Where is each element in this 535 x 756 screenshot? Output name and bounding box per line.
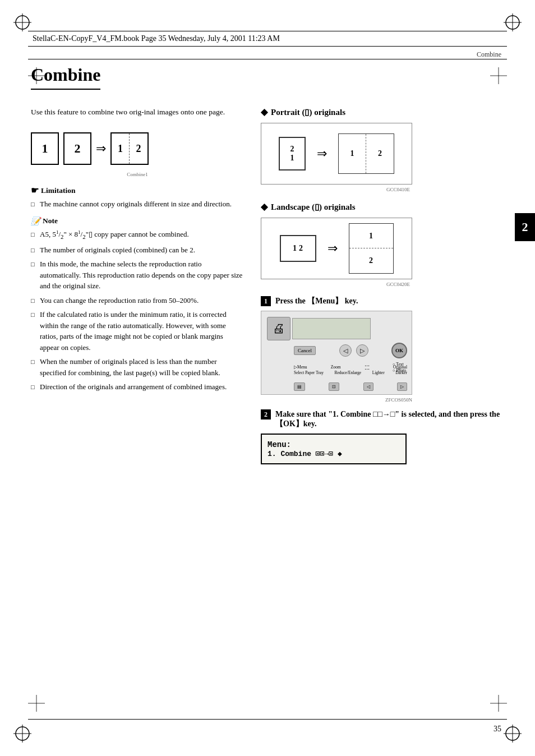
diamond-icon: ◆ [261, 107, 268, 117]
landscape-input-box: 1 2 [280, 235, 316, 262]
reduce-enlarge-label: Reduce/Enlarge [334, 370, 361, 375]
panel-display [292, 318, 371, 339]
limitation-list: The machine cannot copy originals differ… [31, 199, 244, 210]
note-item-5: If the calculated ratio is under the min… [31, 309, 244, 353]
cancel-ok-row: Cancel ◁ ▷ OK [294, 343, 407, 358]
note-item-6: When the number of originals placed is l… [31, 356, 244, 378]
text-label: ○ Text [393, 362, 406, 368]
corner-mark-tl [11, 11, 34, 34]
note-header: 📝 Note [31, 216, 244, 226]
top-rule [28, 59, 507, 59]
note-item-3: In this mode, the machine selects the re… [31, 259, 244, 292]
cancel-button[interactable]: Cancel [294, 346, 316, 355]
diagram-box-1: 1 [31, 132, 59, 165]
select-paper-label: Select Paper Tray [294, 370, 324, 375]
menu-display-inner: Menu: 1. Combine ⊡⊡→⊡ ◆ [268, 440, 400, 458]
note-icon: 📝 [31, 216, 40, 226]
limitation-heading: Limitation [41, 186, 76, 195]
bottom-icon-buttons: ▤ ⊡ ◁ ▷ [294, 382, 407, 391]
portrait-heading-text: Portrait (▯) originals [271, 107, 345, 117]
corner-mark-br [501, 722, 524, 745]
portrait-result-box: 1 2 [338, 133, 394, 174]
top-right-label: Combine [477, 50, 501, 59]
left-column: Use this feature to combine two orig-ina… [31, 107, 244, 464]
landscape-result-box: 1 2 [349, 223, 394, 274]
right-arrow-button[interactable]: ▷ [356, 344, 368, 357]
darker-button[interactable]: ▷ [397, 382, 407, 391]
limitation-icon: ☛ [31, 185, 39, 196]
printer-icon: 🖨 [267, 317, 290, 340]
portrait-arrow-icon: ⇒ [317, 146, 327, 161]
paper-tray-button[interactable]: ▤ [294, 382, 305, 391]
step-2-header: 2 Make sure that "1. Combine □□→□" is se… [261, 409, 504, 429]
step-1-number: 1 [261, 296, 271, 306]
diamond-icon-2: ◆ [261, 201, 268, 212]
ok-button[interactable]: OK [391, 343, 407, 358]
portrait-caption: GCC0410E [261, 187, 412, 192]
page-number: 35 [494, 725, 501, 734]
left-arrow-button[interactable]: ◁ [339, 344, 352, 357]
step-2-text: Make sure that "1. Combine □□→□" is sele… [275, 410, 504, 429]
corner-mark-bl [11, 722, 34, 745]
menu-display: Menu: 1. Combine ⊡⊡→⊡ ◆ [261, 434, 407, 464]
lighter-button[interactable]: ◁ [363, 382, 373, 391]
main-content: Combine Use this feature to combine two … [31, 64, 504, 711]
arrow-icon: ⇒ [96, 141, 106, 156]
diagram-box-2: 2 [63, 132, 91, 165]
lighter-label: Lighter [372, 370, 385, 375]
note-item-1: A5, 51/2" × 81/2"▯ copy paper cannot be … [31, 229, 244, 241]
nav-arrows: ◁ ▷ [339, 344, 368, 357]
menu-title-line: Menu: [268, 440, 400, 449]
landscape-heading-text: Landscape (▯) originals [271, 202, 356, 212]
photo-label: ○ Photo [393, 368, 406, 374]
step-2-section: 2 Make sure that "1. Combine □□→□" is se… [261, 409, 504, 464]
diagram-combined: 1 2 [110, 132, 149, 165]
step-2-number: 2 [261, 409, 271, 420]
portrait-diagram: 2 1 ⇒ 1 2 [261, 123, 412, 185]
intro-text: Use this feature to combine two orig-ina… [31, 107, 244, 118]
note-heading: Note [43, 216, 58, 225]
note-item-4: You can change the reproduction ratio fr… [31, 295, 244, 306]
portrait-input-box: 2 1 [279, 137, 306, 170]
limitation-item-1: The machine cannot copy originals differ… [31, 199, 244, 210]
limitation-header: ☛ Limitation [31, 185, 244, 196]
note-item-2: The number of originals copied (combined… [31, 245, 244, 256]
panel-icon-row: Select Paper Tray Reduce/Enlarge Lighter… [294, 370, 407, 375]
header-file-info: StellaC-EN-CopyF_V4_FM.book Page 35 Wedn… [33, 34, 280, 43]
landscape-arrow-icon: ⇒ [328, 241, 338, 256]
text-photo-labels: ○ Text ○ Photo [393, 362, 406, 374]
two-column-layout: Use this feature to combine two orig-ina… [31, 107, 504, 464]
step-1-section: 1 Press the 【Menu】 key. 🖨 Cancel ◁ ▷ [261, 296, 504, 403]
corner-mark-tr [501, 11, 524, 34]
header-bar: StellaC-EN-CopyF_V4_FM.book Page 35 Wedn… [28, 31, 507, 47]
note-item-7: Direction of the originals and arrangeme… [31, 381, 244, 393]
bottom-rule [28, 719, 507, 720]
landscape-section-heading: ◆ Landscape (▯) originals [261, 201, 504, 212]
reduce-enlarge-button[interactable]: ⊡ [329, 382, 339, 391]
step-1-header: 1 Press the 【Menu】 key. [261, 296, 504, 306]
chapter-tab: 2 [515, 213, 535, 241]
step-1-text: Press the 【Menu】 key. [275, 296, 358, 306]
menu-content-line: 1. Combine ⊡⊡→⊡ ◆ [268, 449, 400, 458]
diagram-caption: Combine1 [31, 172, 244, 177]
right-column: ◆ Portrait (▯) originals 2 1 ⇒ 1 2 [261, 107, 504, 464]
landscape-diagram: 1 2 ⇒ 1 2 [261, 218, 412, 279]
machine-panel-image: 🖨 Cancel ◁ ▷ OK ▷Menu [261, 311, 412, 395]
panel-caption: ZFCOS050N [261, 397, 412, 403]
landscape-caption: GCC0420E [261, 282, 412, 287]
page-title: Combine [31, 64, 100, 90]
note-list: A5, 51/2" × 81/2"▯ copy paper cannot be … [31, 229, 244, 393]
portrait-section-heading: ◆ Portrait (▯) originals [261, 107, 504, 117]
